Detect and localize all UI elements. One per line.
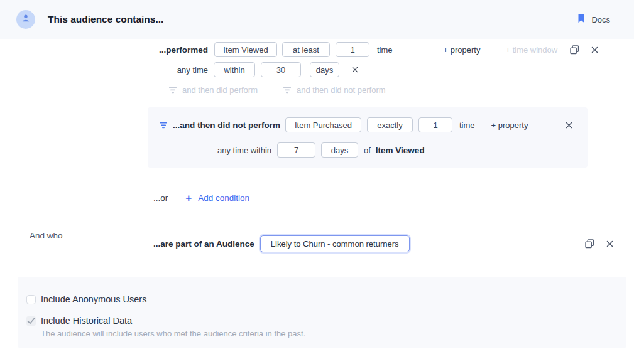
time-filter-row: any time within 30 days: [143, 62, 619, 77]
window-value-input[interactable]: 30: [261, 62, 301, 77]
window-unit-select[interactable]: days: [321, 142, 358, 158]
condition-group-card: ...performed Item Viewed at least 1 time…: [143, 39, 619, 217]
then-did-not-perform-option[interactable]: and then did not perform: [283, 85, 386, 95]
count-suffix: time: [377, 45, 393, 55]
subcondition-label: ...and then did not perform: [173, 120, 280, 130]
then-options-row: and then did perform and then did not pe…: [143, 85, 619, 95]
header-bar: This audience contains... Docs: [0, 0, 634, 39]
subcondition-card: ...and then did not perform Item Purchas…: [148, 107, 588, 168]
add-property-button[interactable]: + property: [491, 120, 528, 130]
options-panel: Include Anonymous Users Include Historic…: [18, 277, 626, 348]
operator-select[interactable]: exactly: [367, 117, 413, 132]
and-who-label: And who: [30, 231, 63, 240]
page-title: This audience contains...: [48, 14, 163, 25]
performed-row: ...performed Item Viewed at least 1 time…: [143, 42, 619, 57]
person-icon: [21, 13, 31, 26]
duplicate-icon: [585, 239, 594, 249]
audience-label: ...are part of an Audience: [153, 239, 254, 249]
or-row: ...or + Add condition: [143, 191, 619, 204]
filter-icon: [159, 122, 168, 129]
docs-label: Docs: [591, 15, 610, 24]
within-select[interactable]: within: [214, 62, 255, 77]
remove-condition-button[interactable]: [591, 46, 598, 53]
filter-icon: [283, 87, 292, 94]
bookmark-icon: [577, 14, 585, 26]
user-avatar: [16, 10, 35, 29]
window-value-input[interactable]: 7: [277, 142, 315, 158]
of-event-label: Item Viewed: [376, 146, 425, 155]
anonymous-label: Include Anonymous Users: [41, 295, 146, 304]
event-select[interactable]: Item Viewed: [214, 42, 277, 57]
then-did-perform-option[interactable]: and then did perform: [168, 85, 258, 95]
subcondition-row: ...and then did not perform Item Purchas…: [159, 117, 572, 132]
anonymous-checkbox[interactable]: [26, 295, 36, 304]
or-label: ...or: [153, 193, 168, 203]
any-time-label: any time: [156, 65, 208, 75]
duplicate-button[interactable]: [570, 45, 579, 55]
operator-select[interactable]: at least: [282, 42, 330, 57]
historical-label: Include Historical Data: [41, 316, 305, 326]
plus-icon: +: [185, 193, 192, 203]
close-icon: [591, 46, 598, 53]
window-unit-select[interactable]: days: [310, 62, 339, 77]
add-condition-button[interactable]: Add condition: [198, 193, 249, 203]
remove-subcondition-button[interactable]: [566, 122, 572, 129]
then-did-perform-label: and then did perform: [182, 85, 258, 95]
count-input[interactable]: 1: [336, 42, 369, 57]
of-label: of: [364, 146, 371, 155]
anonymous-option-row: Include Anonymous Users: [26, 295, 626, 304]
then-did-not-perform-label: and then did not perform: [297, 85, 386, 95]
performed-label: ...performed: [156, 45, 208, 55]
historical-description: The audience will include users who met …: [41, 329, 305, 338]
filter-icon: [168, 87, 177, 94]
remove-time-window-button[interactable]: [352, 67, 358, 73]
audience-condition-card: ...are part of an Audience Likely to Chu…: [143, 228, 634, 259]
audience-builder-page: This audience contains... Docs ...perfor…: [0, 0, 634, 348]
count-input[interactable]: 1: [418, 117, 452, 132]
close-icon: [352, 67, 358, 73]
count-suffix: time: [459, 120, 475, 130]
add-property-button[interactable]: + property: [444, 45, 481, 55]
historical-option-row: Include Historical Data The audience wil…: [26, 316, 626, 338]
checkmark-icon: [27, 318, 35, 324]
audience-select[interactable]: Likely to Churn - common returners: [260, 235, 410, 252]
historical-checkbox[interactable]: [26, 316, 36, 326]
close-icon: [566, 122, 572, 129]
remove-condition-button[interactable]: [606, 240, 613, 247]
subcondition-time-row: any time within 7 days of Item Viewed: [159, 142, 572, 158]
time-window-label: any time within: [159, 146, 271, 155]
duplicate-icon: [570, 45, 579, 55]
duplicate-button[interactable]: [585, 239, 594, 249]
event-select[interactable]: Item Purchased: [285, 117, 361, 132]
close-icon: [606, 240, 613, 247]
add-time-window-button[interactable]: + time window: [505, 45, 557, 55]
docs-link[interactable]: Docs: [577, 14, 610, 26]
